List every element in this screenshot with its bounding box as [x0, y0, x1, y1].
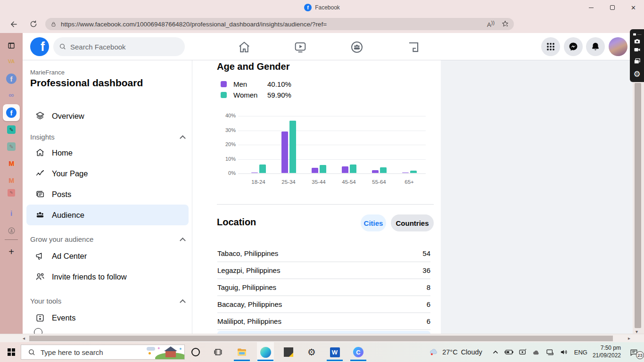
sidebar-item-events[interactable]: Events: [26, 307, 189, 328]
notification-center-button[interactable]: 23: [627, 347, 640, 357]
chart-bar-group: [273, 116, 304, 173]
new-tab-button[interactable]: +: [3, 244, 20, 259]
chart-bar-group: [334, 116, 364, 173]
messenger-button[interactable]: [564, 37, 583, 56]
section-your-tools[interactable]: Your tools: [30, 295, 185, 306]
date: 21/09/2022: [593, 352, 621, 359]
notifications-button[interactable]: [586, 37, 605, 56]
volume-status[interactable]: [559, 347, 569, 357]
file-explorer-icon: [236, 346, 248, 358]
dashboard-sidebar: MarieFrance Professional dashboard Overv…: [23, 60, 192, 334]
page-title: Professional dashboard: [30, 77, 143, 89]
horizontal-scrollbar[interactable]: ◂ ▸: [0, 334, 644, 342]
onedrive-status[interactable]: [531, 347, 542, 357]
bar-women-65+: [410, 171, 417, 173]
search-input[interactable]: [70, 43, 174, 51]
search-box-illustration: ✦: [144, 345, 184, 359]
tab-cities[interactable]: Cities: [361, 214, 386, 231]
word-button[interactable]: W: [327, 345, 343, 360]
settings-button[interactable]: ⚙: [304, 345, 320, 360]
chart-gridline: [238, 173, 426, 174]
start-button[interactable]: [4, 345, 19, 360]
sidebar-item-posts[interactable]: Posts: [26, 184, 189, 205]
tab-panel-icon: [7, 41, 16, 50]
sidebar-item-your-page[interactable]: Your Page: [26, 163, 189, 184]
list-item: Legazpi, Philippines 36: [217, 262, 430, 279]
battery-status[interactable]: [504, 347, 514, 357]
location-name: Legazpi, Philippines: [217, 266, 280, 274]
file-explorer-button[interactable]: [234, 345, 250, 360]
edge-tab-docs[interactable]: ✎: [3, 185, 20, 200]
nav-watch-tab[interactable]: [293, 40, 308, 55]
edge-tab-meta[interactable]: ∞: [3, 88, 20, 103]
language-indicator[interactable]: ENG: [574, 349, 587, 356]
tray-expand-button[interactable]: [490, 347, 501, 357]
network-status[interactable]: [545, 347, 555, 357]
vertical-tabs-toggle[interactable]: [3, 38, 20, 53]
maximize-button[interactable]: [602, 0, 623, 15]
page-name: MarieFrance: [30, 69, 65, 76]
facebook-search[interactable]: [53, 37, 185, 56]
taskbar-search[interactable]: ✦: [21, 345, 185, 360]
section-grow-audience[interactable]: Grow your audience: [30, 233, 185, 245]
horizontal-scrollbar-thumb[interactable]: [29, 336, 613, 341]
edge-tab-info[interactable]: i: [3, 206, 20, 221]
edge-tab-profile-circle[interactable]: [3, 223, 20, 238]
chevron-up-icon[interactable]: [180, 299, 186, 305]
weather-temp[interactable]: 27°C: [442, 348, 457, 356]
edge-tab-canva-faded[interactable]: ✎: [3, 139, 20, 154]
profile-avatar[interactable]: [609, 37, 627, 56]
cortana-button[interactable]: [188, 345, 204, 360]
minimize-button[interactable]: [580, 0, 602, 15]
edge-tab-facebook-active[interactable]: f: [3, 104, 20, 121]
age-gender-title: Age and Gender: [217, 61, 289, 72]
sidebar-item-overview[interactable]: Overview: [26, 106, 189, 126]
nav-groups-tab[interactable]: [349, 40, 364, 55]
scroll-right-arrow[interactable]: ▸: [628, 336, 630, 341]
weather-button[interactable]: [429, 347, 439, 357]
edge-tab-gmail[interactable]: M: [3, 156, 20, 171]
sidebar-item-audience[interactable]: Audience: [26, 205, 189, 225]
vertical-scrollbar-thumb[interactable]: [635, 83, 641, 328]
edge-tab-va[interactable]: VA: [3, 54, 20, 69]
url-text[interactable]: https://www.facebook.com/100069487664820…: [61, 21, 483, 28]
capture-settings-gear-icon[interactable]: ⚙: [630, 70, 644, 78]
screen-record-status[interactable]: [518, 347, 528, 357]
taskbar-clock[interactable]: 7:50 pm 21/09/2022: [593, 345, 621, 359]
legend-swatch: [221, 92, 227, 98]
section-insights[interactable]: Insights: [30, 131, 185, 142]
battery-charging-icon: [504, 349, 514, 355]
facebook-logo[interactable]: f: [30, 37, 49, 56]
chevron-up-icon[interactable]: [180, 135, 186, 141]
edge-tab-canva[interactable]: ✎: [3, 122, 20, 137]
back-button[interactable]: [7, 17, 21, 31]
window-capture-icon[interactable]: [630, 57, 644, 65]
audience-main-panel: Age and Gender Men 40.10% Women 59.90% 4…: [192, 60, 441, 334]
sticky-notes-button[interactable]: [281, 345, 297, 360]
sidebar-item-ad-center[interactable]: Ad Center: [26, 246, 189, 266]
running-indicator: [257, 360, 273, 361]
chart-x-label: 55-64: [364, 179, 394, 185]
scroll-left-arrow[interactable]: ◂: [23, 336, 25, 341]
add-favorite-icon[interactable]: [501, 20, 509, 28]
nav-gaming-tab[interactable]: [406, 40, 421, 55]
taskbar-search-input[interactable]: [41, 348, 130, 356]
video-camera-icon[interactable]: [630, 45, 644, 54]
close-button[interactable]: ✕: [623, 0, 644, 15]
chevron-up-icon[interactable]: [180, 237, 186, 243]
refresh-button[interactable]: [26, 17, 41, 31]
tab-countries[interactable]: Countries: [391, 214, 434, 231]
weather-condition[interactable]: Cloudy: [461, 348, 482, 356]
see-more-button-partial[interactable]: [217, 331, 430, 334]
nav-home-tab[interactable]: [237, 40, 252, 55]
camera-icon[interactable]: [630, 37, 644, 45]
read-aloud-icon[interactable]: A)): [487, 20, 495, 28]
apps-menu-button[interactable]: [541, 37, 560, 56]
edge-tab-facebook-faded[interactable]: f: [3, 71, 20, 86]
edge-browser-button[interactable]: [257, 345, 273, 360]
sidebar-item-invite-friends[interactable]: Invite friends to follow: [26, 266, 189, 287]
sidebar-item-home[interactable]: Home: [26, 142, 189, 163]
task-view-button[interactable]: [210, 345, 226, 360]
address-bar[interactable]: https://www.facebook.com/100069487664820…: [45, 18, 514, 30]
camtasia-button[interactable]: C: [350, 345, 366, 360]
